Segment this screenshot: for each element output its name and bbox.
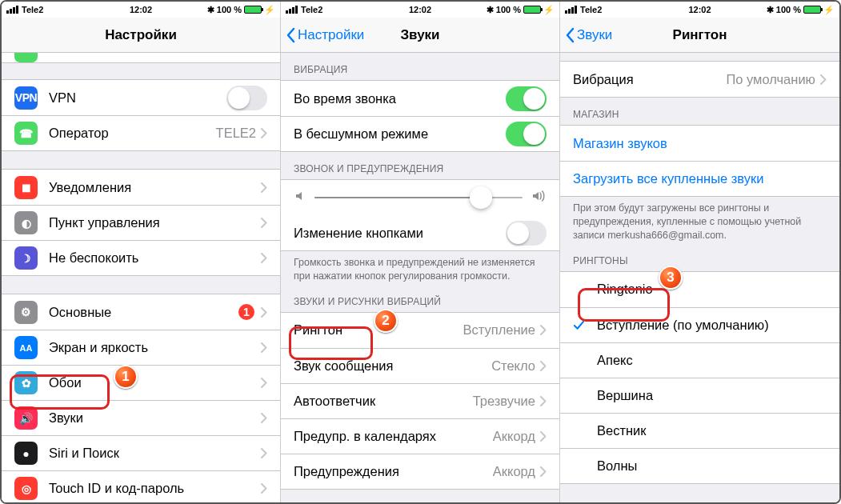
settings-row-control-center[interactable]: ◐ Пункт управления bbox=[2, 205, 280, 240]
phone-icon bbox=[14, 53, 38, 62]
back-button[interactable]: Звуки bbox=[565, 18, 612, 52]
row-label: Загрузить все купленные звуки bbox=[573, 171, 827, 186]
row-value: Аккорд bbox=[493, 464, 535, 479]
volume-slider[interactable] bbox=[314, 197, 523, 198]
row-label: Оператор bbox=[49, 126, 216, 141]
settings-row-notifications[interactable]: ◼ Уведомления bbox=[2, 170, 280, 205]
chevron-right-icon bbox=[540, 325, 547, 335]
settings-row-cut[interactable] bbox=[2, 53, 280, 62]
row-label: Звуки bbox=[49, 410, 261, 426]
row-reminder-alerts[interactable]: Предупреждения Аккорд bbox=[281, 454, 559, 489]
navbar: Звуки Рингтон bbox=[560, 18, 839, 53]
row-value: Стекло bbox=[491, 358, 535, 374]
chevron-right-icon bbox=[261, 413, 267, 423]
general-icon: ⚙ bbox=[14, 301, 38, 324]
row-ringtone[interactable]: Рингтон Вступление bbox=[281, 313, 559, 348]
ringer-note: Громкость звонка и предупреждений не изм… bbox=[281, 251, 559, 290]
section-patterns: ЗВУКИ И РИСУНКИ ВИБРАЦИЙ bbox=[281, 290, 559, 312]
navbar: Настройки bbox=[2, 18, 280, 53]
row-value: Трезвучие bbox=[473, 394, 535, 409]
status-bar: Tele2 12:02 ✱ 100 % ⚡ bbox=[560, 2, 839, 18]
display-icon: AA bbox=[14, 336, 38, 359]
chevron-right-icon bbox=[261, 253, 267, 263]
battery-icon bbox=[244, 6, 262, 14]
row-label: Изменение кнопками bbox=[294, 226, 506, 241]
battery-icon bbox=[523, 6, 541, 14]
row-vibrate-silent[interactable]: В бесшумном режиме bbox=[281, 116, 559, 151]
sounds-content[interactable]: ВИБРАЦИЯ Во время звонка В бесшумном реж… bbox=[281, 53, 559, 502]
section-ringtones: РИНГТОНЫ bbox=[560, 249, 839, 271]
volume-slider-row[interactable] bbox=[281, 180, 559, 215]
settings-content[interactable]: VPN VPN ☎ Оператор TELE2 ◼ Уведомления bbox=[2, 53, 280, 502]
row-voicemail[interactable]: Автоответчик Трезвучие bbox=[281, 383, 559, 418]
back-button[interactable]: Настройки bbox=[286, 18, 364, 52]
status-bar: Tele2 12:02 ✱ 100 % ⚡ bbox=[281, 2, 559, 18]
settings-row-touchid[interactable]: ◎ Touch ID и код-пароль bbox=[2, 470, 280, 502]
sounds-icon: 🔊 bbox=[14, 406, 38, 430]
settings-row-display[interactable]: AA Экран и яркость bbox=[2, 330, 280, 365]
chevron-right-icon bbox=[261, 128, 267, 138]
settings-row-vpn[interactable]: VPN VPN bbox=[2, 80, 280, 115]
row-label: Вершина bbox=[597, 388, 827, 403]
row-value: Аккорд bbox=[493, 429, 535, 444]
section-ringer: ЗВОНОК И ПРЕДУПРЕЖДЕНИЯ bbox=[281, 152, 559, 179]
settings-row-siri[interactable]: ● Siri и Поиск bbox=[2, 435, 280, 470]
ringtone-item[interactable]: Вступление (по умолчанию) bbox=[560, 307, 839, 342]
ringtone-item[interactable]: Ringtonio bbox=[560, 272, 839, 307]
back-label: Настройки bbox=[298, 27, 364, 43]
battery-icon bbox=[803, 6, 821, 14]
row-vibration-pattern[interactable]: Вибрация По умолчанию bbox=[560, 62, 839, 97]
toggle-vibrate-ring[interactable] bbox=[506, 86, 547, 111]
vpn-toggle[interactable] bbox=[226, 86, 267, 110]
ringtone-content[interactable]: Вибрация По умолчанию МАГАЗИН Магазин зв… bbox=[560, 53, 839, 502]
row-label: Siri и Поиск bbox=[49, 446, 261, 461]
chevron-right-icon bbox=[540, 466, 547, 477]
ringtone-item[interactable]: Вершина bbox=[560, 378, 839, 413]
store-note: При этом будут загружены все рингтоны и … bbox=[560, 197, 839, 249]
nav-title: Настройки bbox=[105, 27, 177, 43]
row-label: Магазин звуков bbox=[573, 136, 827, 151]
phone-settings: Tele2 12:02 ✱ 100 % ⚡ Настройки bbox=[2, 2, 281, 502]
row-label: VPN bbox=[49, 90, 226, 106]
settings-row-wallpaper[interactable]: ✿ Обои bbox=[2, 365, 280, 400]
settings-row-carrier[interactable]: ☎ Оператор TELE2 bbox=[2, 115, 280, 150]
toggle-change-buttons[interactable] bbox=[506, 221, 547, 246]
chevron-left-icon bbox=[286, 27, 295, 43]
chevron-right-icon bbox=[540, 431, 547, 442]
ringtone-item[interactable]: Вестник bbox=[560, 413, 839, 448]
row-label: Пункт управления bbox=[49, 215, 261, 230]
row-text-tone[interactable]: Звук сообщения Стекло bbox=[281, 348, 559, 383]
ringtone-item[interactable]: Апекс bbox=[560, 342, 839, 378]
row-download-all[interactable]: Загрузить все купленные звуки bbox=[560, 161, 839, 196]
chevron-right-icon bbox=[540, 396, 547, 406]
row-label: Обои bbox=[49, 375, 261, 390]
row-label: Волны bbox=[597, 458, 827, 474]
back-label: Звуки bbox=[577, 27, 612, 43]
row-vibrate-ring[interactable]: Во время звонка bbox=[281, 81, 559, 116]
row-label: Вестник bbox=[597, 423, 827, 438]
chevron-left-icon bbox=[565, 27, 575, 43]
chevron-right-icon bbox=[261, 378, 267, 388]
row-label: Ringtonio bbox=[597, 282, 827, 297]
row-calendar-alerts[interactable]: Предупр. в календарях Аккорд bbox=[281, 418, 559, 454]
vpn-icon: VPN bbox=[14, 86, 38, 110]
nav-title: Звуки bbox=[400, 27, 439, 43]
check-icon bbox=[573, 319, 587, 331]
slider-thumb[interactable] bbox=[470, 186, 492, 209]
row-value: По умолчанию bbox=[726, 72, 815, 87]
ringtone-item[interactable]: Волны bbox=[560, 448, 839, 483]
row-label: Экран и яркость bbox=[49, 340, 261, 355]
row-tone-store[interactable]: Магазин звуков bbox=[560, 126, 839, 161]
row-label: Основные bbox=[49, 305, 238, 320]
chevron-right-icon bbox=[261, 342, 267, 353]
row-label: Апекс bbox=[597, 353, 827, 368]
row-label: Предупр. в календарях bbox=[294, 429, 493, 444]
settings-row-sounds[interactable]: 🔊 Звуки bbox=[2, 400, 280, 435]
settings-row-general[interactable]: ⚙ Основные 1 bbox=[2, 294, 280, 330]
notifications-icon: ◼ bbox=[14, 176, 38, 199]
row-change-with-buttons[interactable]: Изменение кнопками bbox=[281, 215, 559, 250]
row-label: Не беспокоить bbox=[49, 250, 261, 266]
row-label: Вибрация bbox=[573, 72, 726, 87]
settings-row-dnd[interactable]: ☽ Не беспокоить bbox=[2, 240, 280, 275]
toggle-vibrate-silent[interactable] bbox=[506, 122, 547, 146]
